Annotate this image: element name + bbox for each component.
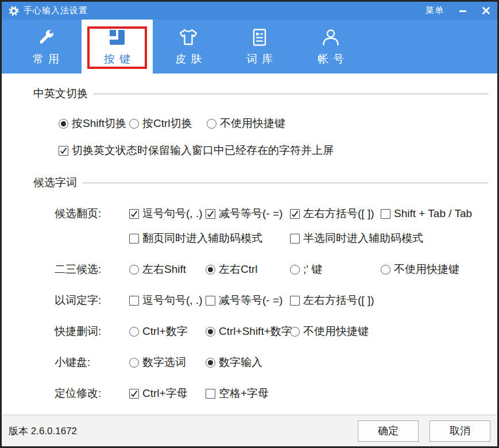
checkbox-comma-period[interactable]: 逗号句号(, .) <box>129 206 206 221</box>
radio-control <box>207 119 216 129</box>
radio-ctrl-switch[interactable]: 按Ctrl切换 <box>129 116 207 131</box>
numpad-row: 小键盘: 数字选词 数字输入 <box>55 355 497 370</box>
checkbox-control <box>129 389 139 399</box>
checkbox-control <box>129 209 139 219</box>
keep-chars-row: 切换英文状态时保留输入窗口中已经存在的字符并上屏 <box>59 143 497 158</box>
menu-button[interactable]: 菜单 <box>425 5 444 16</box>
tab-changyong[interactable]: 常用 <box>10 20 82 74</box>
checkbox-minus-equals-2[interactable]: 减号等号(- =) <box>206 293 290 308</box>
option-label: 半选同时进入辅助码模式 <box>303 231 423 246</box>
radio-shift-switch[interactable]: 按Shift切换 <box>59 116 129 131</box>
tab-label: 常用 <box>33 52 64 67</box>
radio-no-hotkey-delete[interactable]: 不使用快捷键 <box>290 324 369 339</box>
tab-label: 帐号 <box>318 52 349 67</box>
radio-control <box>206 358 215 368</box>
option-label: 左右方括号([ ]) <box>303 206 374 221</box>
divider-line <box>94 94 488 94</box>
option-label: Shift + Tab / Tab <box>394 207 472 220</box>
field-label: 候选翻页: <box>55 206 129 221</box>
checkbox-control <box>129 296 139 306</box>
radio-no-hotkey-switch[interactable]: 不使用快捷键 <box>207 116 285 131</box>
ok-button[interactable]: 确定 <box>358 420 419 442</box>
tab-label: 皮肤 <box>175 52 206 67</box>
section-header-candidates: 候选字词 <box>33 175 488 190</box>
radio-control <box>129 119 139 129</box>
tshirt-icon <box>178 27 199 48</box>
option-label: 减号等号(- =) <box>219 206 283 221</box>
position-edit-row: 定位修改: Ctrl+字母 空格+字母 <box>55 386 497 401</box>
radio-no-hotkey-candidate[interactable]: 不使用快捷键 <box>381 262 459 277</box>
radio-ctrl-number[interactable]: Ctrl+数字 <box>129 324 206 339</box>
minimize-button[interactable] <box>459 7 467 15</box>
radio-control <box>290 327 300 337</box>
paging-row-2: 翻页同时进入辅助码模式 半选同时进入辅助码模式 <box>55 231 497 246</box>
keys-icon <box>107 27 127 48</box>
tab-anjian[interactable]: 按键 <box>82 20 153 74</box>
option-label: 减号等号(- =) <box>219 293 283 308</box>
option-label: 翻页同时进入辅助码模式 <box>142 231 262 246</box>
checkbox-minus-equals[interactable]: 减号等号(- =) <box>206 206 290 221</box>
checkbox-control <box>381 209 390 219</box>
field-label: 二三候选: <box>55 262 129 277</box>
wrench-icon <box>36 27 56 48</box>
radio-control <box>129 358 139 368</box>
checkbox-halfselect-aux-mode[interactable]: 半选同时进入辅助码模式 <box>290 231 423 246</box>
checkbox-control <box>290 296 300 306</box>
option-label: 按Ctrl切换 <box>142 116 192 131</box>
checkbox-paging-aux-mode[interactable]: 翻页同时进入辅助码模式 <box>129 231 290 246</box>
checkbox-control <box>59 146 68 156</box>
checkbox-control <box>206 296 215 306</box>
checkbox-keep-chars[interactable]: 切换英文状态时保留输入窗口中已经存在的字符并上屏 <box>59 143 334 158</box>
option-label: 逗号句号(, .) <box>142 293 203 308</box>
footer-bar: 版本 2.6.0.1672 确定 取消 <box>2 415 497 446</box>
checkbox-control <box>290 209 300 219</box>
checkbox-control <box>206 209 215 219</box>
checkbox-control <box>206 389 215 399</box>
tab-bar: 常用 按键 皮肤 词库 <box>2 20 497 74</box>
field-label: 以词定字: <box>55 293 129 308</box>
title-bar: 手心输入法设置 菜单 <box>2 2 497 20</box>
radio-control <box>59 119 68 129</box>
option-label: 左右Ctrl <box>219 262 258 277</box>
option-label: 数字选词 <box>142 355 186 370</box>
radio-semicolon-key[interactable]: ;' 键 <box>290 262 381 277</box>
second-third-candidate-row: 二三候选: 左右Shift 左右Ctrl ;' 键 不使用快捷键 <box>55 262 497 277</box>
settings-content: 中英文切换 按Shift切换 按Ctrl切换 不使用快捷键 切换英文 <box>2 74 497 436</box>
option-label: Ctrl+数字 <box>142 324 188 339</box>
checkbox-ctrl-letter[interactable]: Ctrl+字母 <box>129 386 206 401</box>
tab-ciku[interactable]: 词库 <box>224 20 295 74</box>
option-label: 按Shift切换 <box>72 116 126 131</box>
gear-icon <box>9 6 19 16</box>
option-label: Ctrl+Shift+数字 <box>219 324 292 339</box>
quick-delete-row: 快捷删词: Ctrl+数字 Ctrl+Shift+数字 不使用快捷键 <box>55 324 497 339</box>
radio-number-select[interactable]: 数字选词 <box>129 355 206 370</box>
radio-control <box>381 265 390 275</box>
radio-number-input[interactable]: 数字输入 <box>206 355 262 370</box>
switch-options-row: 按Shift切换 按Ctrl切换 不使用快捷键 <box>59 116 497 131</box>
section-title: 中英文切换 <box>33 86 88 101</box>
close-button[interactable] <box>482 6 490 15</box>
option-label: 逗号句号(, .) <box>142 206 203 221</box>
checkbox-control <box>290 234 300 244</box>
option-label: 左右方括号([ ]) <box>303 293 374 308</box>
section-header-switch: 中英文切换 <box>33 86 488 101</box>
tab-pifu[interactable]: 皮肤 <box>153 20 224 74</box>
radio-control <box>290 265 300 275</box>
radio-lr-ctrl[interactable]: 左右Ctrl <box>206 262 290 277</box>
word-to-char-row: 以词定字: 逗号句号(, .) 减号等号(- =) 左右方括号([ ]) <box>55 293 497 308</box>
checkbox-shift-tab[interactable]: Shift + Tab / Tab <box>381 207 472 220</box>
cancel-button[interactable]: 取消 <box>430 420 490 442</box>
tab-zhanghao[interactable]: 帐号 <box>295 20 366 74</box>
checkbox-brackets-2[interactable]: 左右方括号([ ]) <box>290 293 374 308</box>
checkbox-space-letter[interactable]: 空格+字母 <box>206 386 269 401</box>
radio-control <box>129 265 139 275</box>
radio-lr-shift[interactable]: 左右Shift <box>129 262 206 277</box>
radio-ctrl-shift-number[interactable]: Ctrl+Shift+数字 <box>206 324 290 339</box>
option-label: 不使用快捷键 <box>303 324 369 339</box>
field-label: 快捷删词: <box>55 324 129 339</box>
option-label: 不使用快捷键 <box>220 116 285 131</box>
settings-window: 手心输入法设置 菜单 常用 <box>0 0 499 448</box>
window-title: 手心输入法设置 <box>24 5 88 16</box>
checkbox-brackets[interactable]: 左右方括号([ ]) <box>290 206 381 221</box>
checkbox-comma-period-2[interactable]: 逗号句号(, .) <box>129 293 206 308</box>
